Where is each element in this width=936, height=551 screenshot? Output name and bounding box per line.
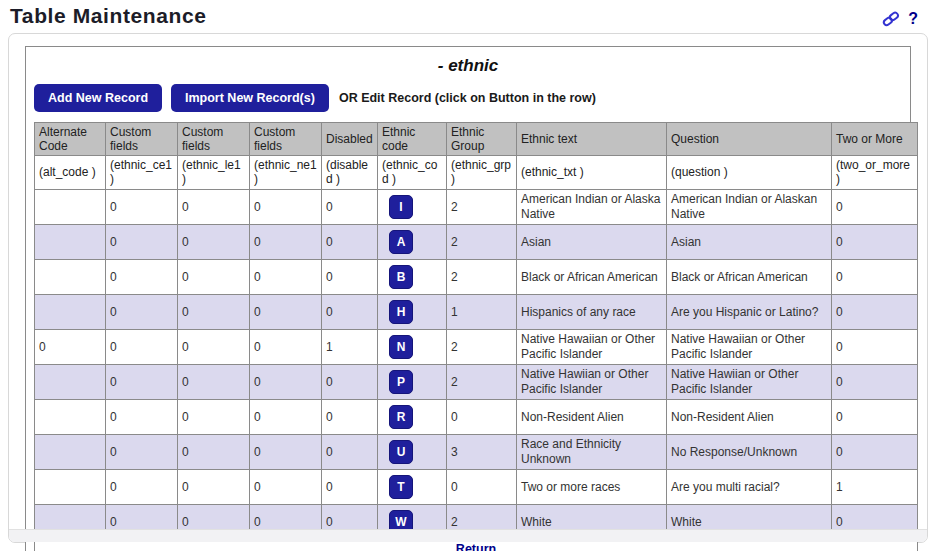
table-row: 0000A2AsianAsian0 bbox=[35, 224, 918, 259]
cell-two_or_more: 0 bbox=[832, 224, 918, 259]
table-row: 0000H1Hispanics of any raceAre you Hispa… bbox=[35, 294, 918, 329]
cell-ce1: 0 bbox=[106, 434, 178, 469]
cell-two_or_more: 0 bbox=[832, 434, 918, 469]
cell-text: Native Hawiian or Other Pacific Islander bbox=[517, 364, 667, 399]
cell-code: I bbox=[378, 189, 447, 224]
cell-le1: 0 bbox=[178, 329, 250, 364]
col-field-7: (ethnic_txt ) bbox=[517, 156, 667, 189]
top-icons: ? bbox=[882, 4, 926, 28]
cell-text: Race and Ethnicity Unknown bbox=[517, 434, 667, 469]
cell-disabled: 0 bbox=[322, 189, 378, 224]
cell-two_or_more: 0 bbox=[832, 329, 918, 364]
col-header-0: Alternate Code bbox=[35, 123, 106, 156]
cell-code: P bbox=[378, 364, 447, 399]
cell-alt_code bbox=[35, 259, 106, 294]
cell-question: Non-Resident Alien bbox=[667, 399, 832, 434]
cell-group: 2 bbox=[447, 259, 517, 294]
cell-disabled: 0 bbox=[322, 294, 378, 329]
ethnic-code-button[interactable]: B bbox=[389, 265, 413, 289]
cell-ne1: 0 bbox=[250, 364, 322, 399]
table-row: 00001N2Native Hawaiian or Other Pacific … bbox=[35, 329, 918, 364]
cell-code: T bbox=[378, 469, 447, 504]
col-header-9: Two or More bbox=[832, 123, 918, 156]
col-header-3: Custom fields bbox=[250, 123, 322, 156]
ethnic-code-button[interactable]: R bbox=[389, 405, 413, 429]
return-link[interactable]: Return bbox=[456, 542, 496, 551]
cell-disabled: 0 bbox=[322, 224, 378, 259]
col-field-3: (ethnic_ne1 ) bbox=[250, 156, 322, 189]
cell-group: 1 bbox=[447, 294, 517, 329]
cell-ne1: 0 bbox=[250, 399, 322, 434]
cell-ne1: 0 bbox=[250, 434, 322, 469]
cell-disabled: 0 bbox=[322, 469, 378, 504]
ethnic-code-button[interactable]: A bbox=[389, 230, 413, 254]
table-body: 0000I2American Indian or Alaska NativeAm… bbox=[35, 189, 918, 539]
cell-le1: 0 bbox=[178, 189, 250, 224]
cell-le1: 0 bbox=[178, 434, 250, 469]
cell-ce1: 0 bbox=[106, 259, 178, 294]
edit-record-hint: OR Edit Record (click on Button in the r… bbox=[339, 91, 596, 105]
cell-text: Black or African American bbox=[517, 259, 667, 294]
col-header-5: Ethnic code bbox=[378, 123, 447, 156]
ethnic-code-button[interactable]: T bbox=[389, 475, 413, 499]
cell-le1: 0 bbox=[178, 224, 250, 259]
cell-ne1: 0 bbox=[250, 329, 322, 364]
col-header-6: Ethnic Group bbox=[447, 123, 517, 156]
cell-le1: 0 bbox=[178, 469, 250, 504]
cell-le1: 0 bbox=[178, 399, 250, 434]
cell-question: Are you multi racial? bbox=[667, 469, 832, 504]
ethnic-code-button[interactable]: N bbox=[389, 335, 413, 359]
cell-ce1: 0 bbox=[106, 224, 178, 259]
cell-disabled: 0 bbox=[322, 364, 378, 399]
cell-group: 2 bbox=[447, 329, 517, 364]
cell-disabled: 1 bbox=[322, 329, 378, 364]
maintenance-table: Alternate CodeCustom fieldsCustom fields… bbox=[34, 122, 918, 551]
import-new-records-button[interactable]: Import New Record(s) bbox=[171, 84, 329, 112]
col-header-1: Custom fields bbox=[106, 123, 178, 156]
header-row-labels: Alternate CodeCustom fieldsCustom fields… bbox=[35, 123, 918, 156]
col-field-8: (question ) bbox=[667, 156, 832, 189]
cell-ce1: 0 bbox=[106, 469, 178, 504]
cell-alt_code: 0 bbox=[35, 329, 106, 364]
cell-code: U bbox=[378, 434, 447, 469]
table-row: 0000T0Two or more racesAre you multi rac… bbox=[35, 469, 918, 504]
help-icon[interactable]: ? bbox=[908, 10, 918, 28]
table-title: - ethnic bbox=[34, 56, 902, 76]
link-icon[interactable] bbox=[882, 10, 900, 28]
col-field-0: (alt_code ) bbox=[35, 156, 106, 189]
top-bar: Table Maintenance ? bbox=[0, 0, 936, 33]
cell-two_or_more: 0 bbox=[832, 189, 918, 224]
add-new-record-button[interactable]: Add New Record bbox=[34, 84, 162, 112]
cell-text: American Indian or Alaska Native bbox=[517, 189, 667, 224]
col-field-4: (disabled ) bbox=[322, 156, 378, 189]
col-field-2: (ethnic_le1 ) bbox=[178, 156, 250, 189]
cell-group: 2 bbox=[447, 364, 517, 399]
cell-code: N bbox=[378, 329, 447, 364]
page-title: Table Maintenance bbox=[10, 4, 207, 28]
cell-ne1: 0 bbox=[250, 469, 322, 504]
cell-text: Hispanics of any race bbox=[517, 294, 667, 329]
cell-alt_code bbox=[35, 224, 106, 259]
table-row: 0000U3Race and Ethnicity UnknownNo Respo… bbox=[35, 434, 918, 469]
toolbar: Add New Record Import New Record(s) OR E… bbox=[34, 84, 902, 112]
col-field-1: (ethnic_ce1 ) bbox=[106, 156, 178, 189]
cell-ce1: 0 bbox=[106, 189, 178, 224]
cell-text: Two or more races bbox=[517, 469, 667, 504]
ethnic-code-button[interactable]: P bbox=[389, 370, 413, 394]
cell-group: 0 bbox=[447, 469, 517, 504]
cell-ce1: 0 bbox=[106, 294, 178, 329]
ethnic-code-button[interactable]: I bbox=[389, 195, 413, 219]
cell-alt_code bbox=[35, 469, 106, 504]
cell-text: Non-Resident Alien bbox=[517, 399, 667, 434]
ethnic-code-button[interactable]: H bbox=[389, 300, 413, 324]
col-field-9: (two_or_more ) bbox=[832, 156, 918, 189]
col-header-2: Custom fields bbox=[178, 123, 250, 156]
header-row-fields: (alt_code )(ethnic_ce1 )(ethnic_le1 )(et… bbox=[35, 156, 918, 189]
cell-question: Are you Hispanic or Latino? bbox=[667, 294, 832, 329]
col-header-7: Ethnic text bbox=[517, 123, 667, 156]
cell-ne1: 0 bbox=[250, 189, 322, 224]
cell-two_or_more: 0 bbox=[832, 294, 918, 329]
cell-code: B bbox=[378, 259, 447, 294]
ethnic-code-button[interactable]: U bbox=[389, 440, 413, 464]
cell-disabled: 0 bbox=[322, 259, 378, 294]
